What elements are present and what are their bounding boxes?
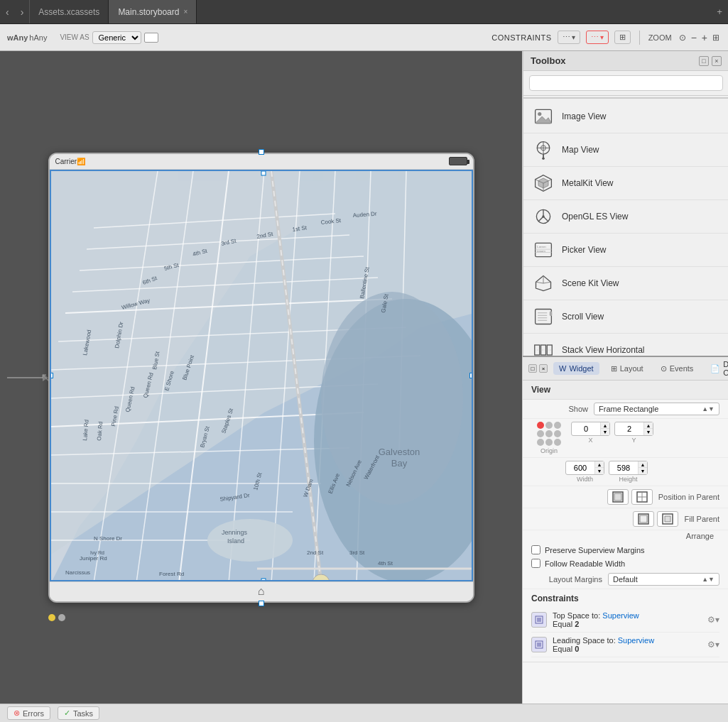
props-restore-btn[interactable]: □ [528,364,537,373]
arrange-btn-2[interactable] [657,511,678,527]
svg-text:Island: Island [227,537,244,545]
props-close-btn[interactable]: × [539,364,548,373]
zoom-fit2-btn[interactable]: ⊞ [711,32,721,43]
x-up-btn[interactable]: ▲ [601,422,609,429]
toolbox-header: Toolbox □ × [523,51,728,71]
arrange-btn-1[interactable] [633,511,654,527]
metalkit-label: MetalKit View [562,178,613,188]
toolbox-item-scroll[interactable]: Scroll View [523,300,728,334]
toolbox-item-picker[interactable]: Lorem ipsum Picker View [523,234,728,267]
zoom-fit-btn[interactable]: ⊙ [678,32,688,43]
carrier-label: Carrier [55,158,77,165]
layout-margins-dropdown[interactable]: Default ▲▼ [608,573,719,586]
handle-top[interactable] [259,149,264,155]
y-down-btn[interactable]: ▼ [644,429,653,435]
x-down-btn[interactable]: ▼ [601,429,609,435]
toolbox-panel: Toolbox □ × [523,51,728,356]
tab-bar: ‹ › Assets.xcassets Main.storyboard × + [0,0,728,24]
follow-readable-checkbox[interactable] [531,559,540,568]
toolbox-item-image-view[interactable]: Image View [523,100,728,133]
origin-dot-selected[interactable] [537,422,544,429]
height-group: ▲ ▼ Height [609,461,648,483]
toolbox-item-metalkit[interactable]: MetalKit View [523,167,728,200]
origin-dot-br[interactable] [554,439,561,446]
tab-assets[interactable]: Assets.xcassets [29,0,109,23]
opengl-icon [532,205,555,228]
tab-layout[interactable]: ⊞ Layout [605,362,649,376]
errors-icon: ⊗ [13,709,20,718]
tab-back-btn[interactable]: ‹ [0,0,15,23]
x-input[interactable] [572,422,600,435]
position-btn-1[interactable] [607,489,629,505]
svg-text:Lorem: Lorem [537,245,546,248]
svg-rect-73 [261,171,266,175]
height-down-btn[interactable]: ▼ [639,468,647,474]
handle-bottom[interactable] [259,601,264,606]
preserve-margins-label[interactable]: Preserve Superview Margins [545,546,645,554]
constraint-add-btn[interactable]: ⋯ ▾ [558,31,580,44]
width-down-btn[interactable]: ▼ [595,468,604,474]
zoom-in-btn[interactable]: + [700,32,709,43]
toolbox-item-stackh[interactable]: Stack View Horizontal [523,334,728,356]
tab-events[interactable]: ⊙ Events [655,362,700,376]
size-w: wAny [7,33,28,42]
height-up-btn[interactable]: ▲ [639,461,647,468]
width-input[interactable] [566,461,594,474]
toolbox-close-btn[interactable]: × [712,56,722,66]
view-as-icon [144,33,158,43]
height-input[interactable] [609,461,638,474]
toolbox-item-scenekit[interactable]: Scene Kit View [523,267,728,300]
doc-outline-btn[interactable]: 📄 Document Outline [710,360,728,377]
toolbox-item-map-view[interactable]: Map View [523,133,728,167]
errors-btn[interactable]: ⊗ Errors [7,706,50,720]
width-up-btn[interactable]: ▲ [595,461,604,468]
y-input[interactable] [615,422,643,435]
constraint-leading-relation: Equal [553,645,572,653]
constraint-leading-text: Leading Space to: Superview Equal 0 [553,636,702,653]
constraint-leading-gear[interactable]: ⚙▾ [707,640,719,650]
position-row: Position in Parent [523,486,728,508]
handle-left[interactable] [50,373,53,378]
y-up-btn[interactable]: ▲ [644,422,653,429]
constraint-grid-btn[interactable]: ⊞ [614,31,631,44]
origin-dot-tr[interactable] [554,422,561,429]
preserve-margins-row: Preserve Superview Margins [523,543,728,557]
opengl-label: OpenGL ES View [562,212,628,221]
svg-rect-119 [640,515,647,523]
origin-dot-mr[interactable] [554,430,561,437]
toolbox-search-input[interactable] [529,75,723,91]
toolbox-item-opengl[interactable]: OpenGL ES View [523,200,728,234]
tab-add-btn[interactable]: + [711,6,728,17]
follow-readable-label[interactable]: Follow Readable Width [545,559,625,568]
handle-right[interactable] [469,373,473,378]
show-dropdown[interactable]: Frame Rectangle ▲▼ [594,403,719,415]
toolbox-search [523,71,728,96]
svg-text:3rd St: 3rd St [349,549,365,556]
origin-dot-bm[interactable] [545,439,553,446]
xy-row: Origin ▲ ▼ X [523,419,728,458]
tab-widget[interactable]: W Widget [553,362,599,375]
constraint-grid-icon: ⊞ [619,33,626,42]
position-btn-2[interactable] [631,489,653,505]
tab-forward-btn[interactable]: › [15,0,30,23]
constraint-top-target: Superview [602,611,639,620]
origin-dot-bl[interactable] [537,439,544,446]
constraint-top-label: Top Space to: [553,611,600,620]
constraint-top-gear[interactable]: ⚙▾ [707,615,719,625]
layout-margins-arrow: ▲▼ [702,576,715,583]
origin-dot-mm[interactable] [545,430,553,437]
view-as-select[interactable]: Generic [92,31,141,44]
widget-tab-icon: W [559,364,566,373]
tab-close-btn[interactable]: × [183,8,188,16]
svg-text:Jennings: Jennings [222,529,248,536]
scroll-label: Scroll View [562,312,604,322]
origin-dot-ml[interactable] [537,430,544,437]
preserve-margins-checkbox[interactable] [531,545,540,554]
map-view[interactable]: Jennings Island Galveston Bay Willow Way… [50,170,473,581]
tab-main[interactable]: Main.storyboard × [109,0,197,23]
toolbox-restore-btn[interactable]: □ [699,56,709,66]
zoom-out-btn[interactable]: − [690,32,698,43]
tasks-btn[interactable]: ✓ Tasks [58,706,99,720]
origin-dot-tm[interactable] [545,422,553,429]
constraint-remove-btn[interactable]: ⋯ ▾ [586,31,609,44]
